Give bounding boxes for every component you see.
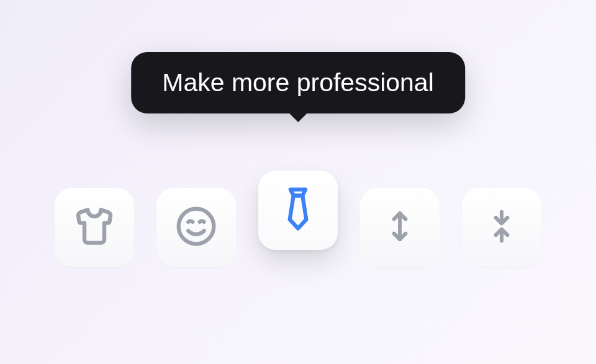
tshirt-icon [74,206,114,249]
shorter-button[interactable] [462,188,541,267]
collapse-vertical-icon [484,206,519,249]
tie-icon [280,186,316,234]
professional-button[interactable] [258,171,338,250]
svg-point-0 [179,209,214,244]
longer-button[interactable] [360,188,440,267]
tone-toolbar [55,188,541,267]
smile-icon [175,205,217,250]
friendly-button[interactable] [156,188,236,267]
tooltip-text: Make more professional [162,68,434,97]
tooltip: Make more professional [131,52,465,113]
casual-button[interactable] [55,188,134,267]
expand-vertical-icon [382,206,417,249]
